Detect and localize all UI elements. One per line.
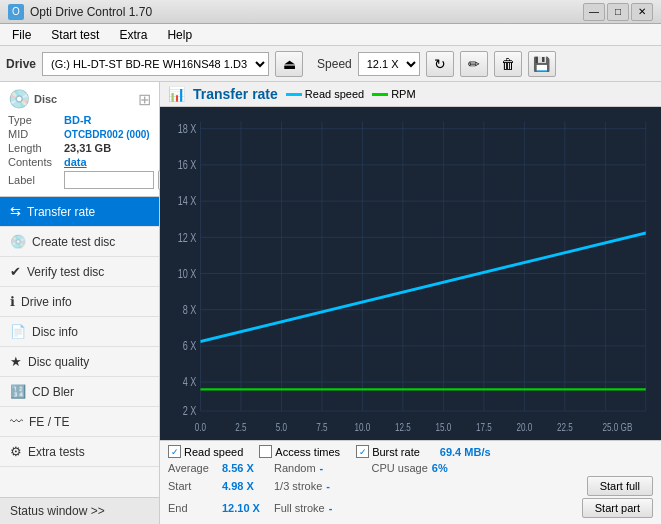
svg-text:25.0 GB: 25.0 GB: [603, 421, 633, 434]
svg-text:15.0: 15.0: [436, 421, 452, 434]
stats-start-row: Start 4.98 X 1/3 stroke - Start full: [168, 476, 653, 496]
disc-label-input[interactable]: [64, 171, 154, 189]
menu-file[interactable]: File: [4, 26, 39, 44]
legend-rpm: RPM: [372, 88, 415, 100]
stats-end-value: 12.10 X: [222, 502, 262, 514]
svg-text:6 X: 6 X: [183, 339, 197, 353]
menu-extra[interactable]: Extra: [111, 26, 155, 44]
disc-type-row: Type BD-R: [8, 114, 151, 126]
chart-title: Transfer rate: [193, 86, 278, 102]
nav-item-create-test-disc[interactable]: 💿 Create test disc: [0, 227, 159, 257]
nav-item-cd-bler[interactable]: 🔢 CD Bler: [0, 377, 159, 407]
stats-stroke-1-3-value: -: [326, 480, 366, 492]
cd-bler-icon: 🔢: [10, 384, 26, 399]
chart-icon: 📊: [168, 86, 185, 102]
transfer-rate-icon: ⇆: [10, 204, 21, 219]
disc-type-label: Type: [8, 114, 60, 126]
drive-label: Drive: [6, 57, 36, 71]
burst-rate-value: 69.4 MB/s: [440, 446, 491, 458]
svg-text:5.0: 5.0: [276, 421, 288, 434]
nav-item-create-test-disc-label: Create test disc: [32, 235, 115, 249]
menubar: File Start test Extra Help: [0, 24, 661, 46]
fe-te-icon: 〰: [10, 414, 23, 429]
nav-item-disc-quality[interactable]: ★ Disc quality: [0, 347, 159, 377]
write-button[interactable]: ✏: [460, 51, 488, 77]
stats-full-stroke-label: Full stroke: [274, 502, 325, 514]
stats-full-stroke-value: -: [329, 502, 369, 514]
stats-random-label: Random: [274, 462, 316, 474]
disc-label-label: Label: [8, 174, 60, 186]
svg-text:22.5: 22.5: [557, 421, 573, 434]
disc-expand-icon[interactable]: ⊞: [138, 90, 151, 109]
disc-length-row: Length 23,31 GB: [8, 142, 151, 154]
menu-help[interactable]: Help: [159, 26, 200, 44]
nav-item-fe-te[interactable]: 〰 FE / TE: [0, 407, 159, 437]
stats-average-row: Average 8.56 X Random - CPU usage 6%: [168, 462, 653, 474]
drive-select[interactable]: (G:) HL-DT-ST BD-RE WH16NS48 1.D3: [42, 52, 269, 76]
nav-item-disc-info-label: Disc info: [32, 325, 78, 339]
start-part-button[interactable]: Start part: [582, 498, 653, 518]
svg-text:8 X: 8 X: [183, 302, 197, 316]
refresh-button[interactable]: ↻: [426, 51, 454, 77]
status-window-button[interactable]: Status window >>: [0, 497, 159, 524]
nav-item-verify-test-disc[interactable]: ✔ Verify test disc: [0, 257, 159, 287]
checkbox-access-times[interactable]: Access times: [259, 445, 340, 458]
legend-read-color: [286, 93, 302, 96]
disc-label-row: Label 🔍: [8, 170, 151, 190]
stats-left-col: Average 8.56 X Random - CPU usage 6% Sta…: [168, 462, 653, 520]
nav-item-disc-quality-label: Disc quality: [28, 355, 89, 369]
extra-tests-icon: ⚙: [10, 444, 22, 459]
disc-quality-icon: ★: [10, 354, 22, 369]
chart-svg: 18 X 16 X 14 X 12 X 10 X 8 X 6 X 4 X 2 X…: [160, 107, 661, 440]
nav-items: ⇆ Transfer rate 💿 Create test disc ✔ Ver…: [0, 197, 159, 497]
nav-item-transfer-rate[interactable]: ⇆ Transfer rate: [0, 197, 159, 227]
disc-contents-value[interactable]: data: [64, 156, 87, 168]
close-button[interactable]: ✕: [631, 3, 653, 21]
stats-cpu-value: 6%: [432, 462, 472, 474]
save-button[interactable]: 💾: [528, 51, 556, 77]
stats-end-label: End: [168, 502, 218, 514]
nav-item-extra-tests[interactable]: ⚙ Extra tests: [0, 437, 159, 467]
checkbox-read-speed[interactable]: Read speed: [168, 445, 243, 458]
erase-button[interactable]: 🗑: [494, 51, 522, 77]
stats-data-area: Average 8.56 X Random - CPU usage 6% Sta…: [168, 462, 653, 520]
svg-text:10 X: 10 X: [178, 266, 197, 280]
svg-text:2 X: 2 X: [183, 404, 197, 418]
titlebar-title: Opti Drive Control 1.70: [30, 5, 152, 19]
disc-header: 💿 Disc ⊞: [8, 88, 151, 110]
checkbox-access-times-label: Access times: [275, 446, 340, 458]
stats-end-row: End 12.10 X Full stroke - Start part: [168, 498, 653, 518]
legend-read-speed: Read speed: [286, 88, 364, 100]
stats-area: Read speed Access times Burst rate 69.4 …: [160, 440, 661, 524]
start-full-button[interactable]: Start full: [587, 476, 653, 496]
checkbox-burst-rate[interactable]: Burst rate: [356, 445, 420, 458]
svg-text:12.5: 12.5: [395, 421, 411, 434]
speed-select[interactable]: 12.1 X: [358, 52, 420, 76]
maximize-button[interactable]: □: [607, 3, 629, 21]
nav-item-drive-info-label: Drive info: [21, 295, 72, 309]
nav-item-drive-info[interactable]: ℹ Drive info: [0, 287, 159, 317]
stats-start-label: Start: [168, 480, 218, 492]
svg-text:20.0: 20.0: [516, 421, 532, 434]
svg-text:2.5: 2.5: [235, 421, 247, 434]
menu-start-test[interactable]: Start test: [43, 26, 107, 44]
stats-checkboxes: Read speed Access times Burst rate 69.4 …: [168, 445, 653, 458]
legend-rpm-label: RPM: [391, 88, 415, 100]
nav-item-fe-te-label: FE / TE: [29, 415, 69, 429]
create-test-disc-icon: 💿: [10, 234, 26, 249]
titlebar-left: O Opti Drive Control 1.70: [8, 4, 152, 20]
eject-button[interactable]: ⏏: [275, 51, 303, 77]
svg-text:12 X: 12 X: [178, 230, 197, 244]
disc-large-icon: 💿: [8, 88, 30, 110]
app-icon: O: [8, 4, 24, 20]
checkbox-burst-rate-box: [356, 445, 369, 458]
svg-text:4 X: 4 X: [183, 375, 197, 389]
drive-info-icon: ℹ: [10, 294, 15, 309]
disc-mid-row: MID OTCBDR002 (000): [8, 128, 151, 140]
minimize-button[interactable]: —: [583, 3, 605, 21]
stats-average-value: 8.56 X: [222, 462, 262, 474]
legend-read-label: Read speed: [305, 88, 364, 100]
nav-item-transfer-rate-label: Transfer rate: [27, 205, 95, 219]
nav-item-disc-info[interactable]: 📄 Disc info: [0, 317, 159, 347]
svg-text:0.0: 0.0: [195, 421, 207, 434]
